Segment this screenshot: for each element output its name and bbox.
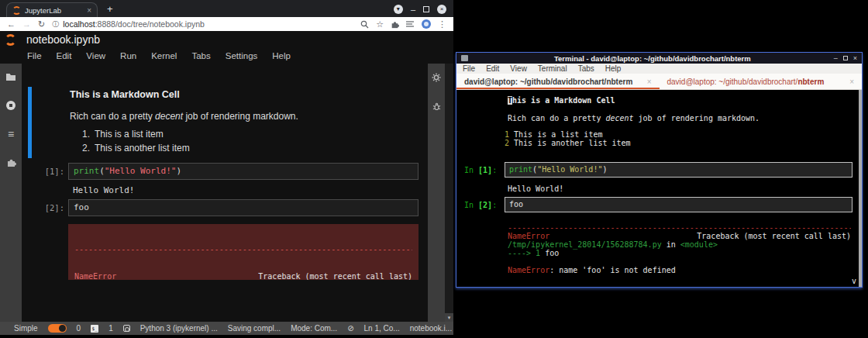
new-tab-button[interactable]: + <box>107 3 113 15</box>
prompt-number: [1] <box>478 166 492 174</box>
terminal-app-icon <box>461 55 468 61</box>
tmenu-file[interactable]: File <box>463 64 475 73</box>
browser-tab-strip: JupyterLab × + ▾ – × <box>0 0 453 17</box>
browser-window: JupyterLab × + ▾ – × ← → ↻ ⓘ localhost:8… <box>0 0 453 335</box>
md-para-emphasis: decent <box>605 114 633 122</box>
traceback-header: NameErrorTraceback (most recent call las… <box>74 272 412 281</box>
tab-search-button[interactable]: ▾ <box>394 5 403 14</box>
browser-window-controls: ▾ – × <box>394 5 453 17</box>
property-inspector-gear-icon[interactable] <box>432 73 441 82</box>
nbterm-screen[interactable]: This is a Markdown Cell Rich can do a pr… <box>456 90 862 287</box>
terminal-tab-inactive[interactable]: david@laptop: ~/github/davidbrochart/nbt… <box>660 74 863 89</box>
terminal-title-prefix: Terminal - david@laptop: ~/github/davidb… <box>554 54 726 63</box>
code-cell-input[interactable]: print("Hello World!") <box>68 163 418 180</box>
reading-list-icon[interactable] <box>406 20 415 28</box>
tab-close-icon[interactable]: × <box>647 78 652 86</box>
list-number: 1 <box>500 130 514 139</box>
nbterm-list-item: 2 This is another list item <box>500 139 631 147</box>
terminal-window-controls: – × <box>834 54 857 62</box>
md-para-before: Rich can do a pretty <box>508 114 605 122</box>
list-number: 2 <box>500 139 514 147</box>
nbterm-code-cell[interactable]: foo <box>505 197 852 212</box>
traceback-rule: ----------------------------------------… <box>508 223 851 232</box>
code-cell-input[interactable]: foo <box>68 199 418 216</box>
menu-tabs[interactable]: Tabs <box>191 51 210 60</box>
traceback-code: foo <box>540 249 559 257</box>
scroll-down-icon[interactable]: ▾ <box>445 313 453 322</box>
back-icon[interactable]: ← <box>7 19 16 29</box>
jupyter-logo-icon <box>5 34 16 46</box>
menu-kernel[interactable]: Kernel <box>151 51 177 60</box>
close-button[interactable]: × <box>853 54 857 62</box>
browser-tab-jupyterlab[interactable]: JupyterLab × <box>6 2 98 17</box>
file-browser-icon[interactable] <box>5 72 16 81</box>
traceback-path: /tmp/ipykernel_28014/156288784.py <box>508 240 662 249</box>
cursor-position[interactable]: Ln 1, Co... <box>364 324 400 333</box>
reload-icon[interactable]: ↻ <box>38 19 45 29</box>
close-button[interactable]: × <box>437 5 446 14</box>
nbterm-code-cell[interactable]: print("Hello World!") <box>505 162 852 178</box>
debugger-bug-icon[interactable] <box>432 102 441 111</box>
simple-mode-toggle[interactable] <box>48 324 67 333</box>
right-sidebar <box>428 64 445 322</box>
forward-icon[interactable]: → <box>22 19 31 29</box>
menu-view[interactable]: View <box>86 51 105 60</box>
tmenu-help[interactable]: Help <box>605 64 622 73</box>
terminal-tab-active[interactable]: david@laptop: ~/github/davidbrochart/nbt… <box>456 74 660 89</box>
terminal-session-icon[interactable]: $_ <box>91 325 98 333</box>
traceback-rule: ----------------------------------------… <box>74 245 412 254</box>
minimize-button[interactable]: – <box>834 54 838 62</box>
terminal-scrollbar[interactable] <box>859 90 862 287</box>
markdown-paragraph: Rich can do a pretty decent job of rende… <box>70 111 298 122</box>
tab-close-icon[interactable]: × <box>87 6 91 15</box>
tmenu-view[interactable]: View <box>510 64 527 73</box>
code-keyword: print <box>74 166 99 176</box>
nbterm-cell-prompt: In [1]: <box>464 166 497 174</box>
prompt-number: [2] <box>478 201 492 209</box>
menu-edit[interactable]: Edit <box>57 51 72 60</box>
site-info-icon[interactable]: ⓘ <box>52 19 59 29</box>
extension-manager-icon[interactable] <box>6 157 16 167</box>
selected-cell-indicator <box>28 87 32 158</box>
maximize-button[interactable] <box>423 6 429 12</box>
code-text: foo <box>509 200 523 209</box>
tmenu-edit[interactable]: Edit <box>486 64 499 73</box>
jupyterlab-header: notebook.ipynb <box>0 31 453 48</box>
notebook-area: This is a Markdown Cell Rich can do a pr… <box>22 64 428 322</box>
tmenu-terminal[interactable]: Terminal <box>538 64 567 73</box>
running-sessions-icon[interactable] <box>5 100 16 111</box>
notifications-off-icon[interactable]: ⊘ <box>347 324 353 333</box>
traceback-arrow: ----> 1 <box>508 249 540 257</box>
code-paren: ) <box>176 166 181 176</box>
markdown-list-item: 1.This is a list item <box>82 129 164 140</box>
zoom-search-icon[interactable] <box>360 20 369 29</box>
terminal-tab-bar: david@laptop: ~/github/davidbrochart/nbt… <box>456 74 862 90</box>
terminal-title: Terminal - david@laptop: ~/github/davidb… <box>471 54 834 63</box>
list-text: This is another list item <box>514 139 631 147</box>
tmenu-tabs[interactable]: Tabs <box>578 64 594 73</box>
tab-close-icon[interactable]: × <box>849 78 854 86</box>
minimize-button[interactable]: – <box>411 5 415 13</box>
code-keyword: print <box>509 165 532 174</box>
menu-settings[interactable]: Settings <box>226 51 258 60</box>
bookmark-star-icon[interactable]: ☆ <box>376 19 384 29</box>
code-text: foo <box>74 202 89 212</box>
table-of-contents-icon[interactable]: ≡ <box>8 129 14 139</box>
status-filename: notebook.i... <box>410 324 452 333</box>
menu-file[interactable]: File <box>27 51 42 60</box>
menu-run[interactable]: Run <box>120 51 136 60</box>
browser-menu-icon[interactable]: ⋮ <box>438 19 446 29</box>
maximize-button[interactable] <box>843 56 848 60</box>
menu-help[interactable]: Help <box>272 51 291 60</box>
url-field[interactable]: ⓘ localhost:8888/doc/tree/notebook.ipynb <box>52 19 353 29</box>
tab-repo: nbterm <box>606 78 632 86</box>
extensions-puzzle-icon[interactable] <box>391 20 399 29</box>
notebook-scrollbar[interactable]: ▾ <box>445 64 453 322</box>
kernel-session-icon[interactable] <box>123 325 130 332</box>
profile-avatar[interactable] <box>422 19 431 29</box>
code-paren: ( <box>99 166 105 176</box>
nbterm-list-item: 1 This is a list item <box>500 130 602 139</box>
terminal-titlebar[interactable]: Terminal - david@laptop: ~/github/davidb… <box>456 53 862 64</box>
traceback-file-line: /tmp/ipykernel_28014/156288784.py in <mo… <box>508 240 718 249</box>
status-kernel-name[interactable]: Python 3 (ipykernel) ... <box>140 324 218 333</box>
